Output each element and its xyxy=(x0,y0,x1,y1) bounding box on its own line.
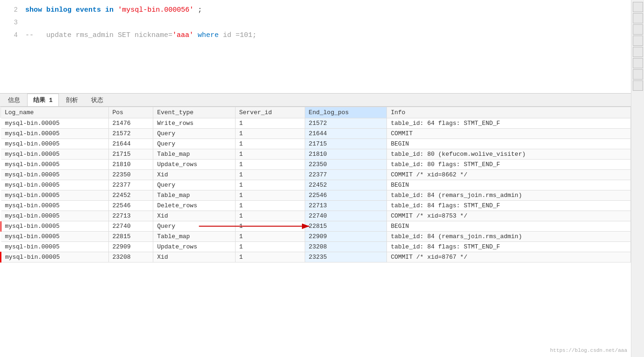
table-cell: Query xyxy=(153,221,236,232)
table-row: mysql-bin.0000521810Update_rows122350tab… xyxy=(1,160,631,170)
table-cell: mysql-bin.00005 xyxy=(1,170,109,180)
code-empty-space xyxy=(0,42,631,79)
code-content-2: show binlog events in 'mysql-bin.000056'… xyxy=(25,4,202,16)
sidebar-btn-6[interactable] xyxy=(633,58,643,68)
table-cell: 21572 xyxy=(108,129,153,139)
table-cell: mysql-bin.00005 xyxy=(1,129,109,139)
col-header-log-name[interactable]: Log_name xyxy=(1,107,109,118)
table-row: mysql-bin.0000521476Write_rows121572tabl… xyxy=(1,118,631,129)
table-cell: 22350 xyxy=(305,160,387,170)
table-cell: Query xyxy=(153,139,236,149)
table-cell: mysql-bin.00005 xyxy=(1,160,109,170)
table-row: mysql-bin.0000523208Xid123235COMMIT /* x… xyxy=(1,252,631,262)
table-cell: 21810 xyxy=(305,149,387,160)
tabs-bar: 信息 结果 1 剖析 状态 xyxy=(0,94,631,107)
table-row: mysql-bin.0000522815Table_map122909table… xyxy=(1,232,631,242)
table-cell: 1 xyxy=(235,160,305,170)
table-cell: Table_map xyxy=(153,190,236,201)
table-row: mysql-bin.0000522452Table_map122546table… xyxy=(1,190,631,201)
table-cell: 23208 xyxy=(108,252,153,262)
table-cell: mysql-bin.00005 xyxy=(1,149,109,160)
keyword-binlog: binlog xyxy=(46,6,72,14)
table-cell: COMMIT /* xid=8662 */ xyxy=(387,170,631,180)
col-header-server-id[interactable]: Server_id xyxy=(235,107,305,118)
sidebar-btn-8[interactable] xyxy=(633,80,643,91)
tab-status[interactable]: 状态 xyxy=(85,94,109,106)
table-cell: 1 xyxy=(235,211,305,221)
table-cell: table_id: 84 flags: STMT_END_F xyxy=(387,242,631,252)
table-cell: mysql-bin.00005 xyxy=(1,190,109,201)
table-cell: table_id: 84 (remars_join.rms_admin) xyxy=(387,190,631,201)
table-cell: Query xyxy=(153,180,236,190)
table-cell: 1 xyxy=(235,232,305,242)
table-row: mysql-bin.0000522377Query122452BEGIN xyxy=(1,180,631,190)
table-cell: 22740 xyxy=(305,211,387,221)
col-header-event-type[interactable]: Event_type xyxy=(153,107,236,118)
string-binlog-file: 'mysql-bin.000056' xyxy=(118,6,193,14)
table-cell: 1 xyxy=(235,118,305,129)
table-cell: 22546 xyxy=(305,190,387,201)
keyword-in: in xyxy=(105,6,114,14)
table-cell: 22452 xyxy=(108,190,153,201)
table-cell: 22815 xyxy=(108,232,153,242)
table-cell: BEGIN xyxy=(387,180,631,190)
table-cell: mysql-bin.00005 xyxy=(1,118,109,129)
table-cell: 22350 xyxy=(108,170,153,180)
table-cell: mysql-bin.00005 xyxy=(1,211,109,221)
sidebar-btn-7[interactable] xyxy=(633,69,643,80)
table-cell: mysql-bin.00005 xyxy=(1,242,109,252)
sidebar-btn-1[interactable] xyxy=(633,2,643,12)
table-row: mysql-bin.0000521644Query121715BEGIN xyxy=(1,139,631,149)
table-cell: 22713 xyxy=(108,211,153,221)
table-cell: mysql-bin.00005 xyxy=(1,139,109,149)
table-body: mysql-bin.0000521476Write_rows121572tabl… xyxy=(1,118,631,262)
line-number-2: 2 xyxy=(4,4,18,16)
tab-analysis[interactable]: 剖析 xyxy=(60,94,84,106)
table-cell: 1 xyxy=(235,190,305,201)
line-number-3: 3 xyxy=(4,17,18,29)
col-header-end-log-pos[interactable]: End_log_pos xyxy=(305,107,387,118)
table-cell: 23235 xyxy=(305,252,387,262)
table-cell: COMMIT xyxy=(387,129,631,139)
table-cell: 1 xyxy=(235,129,305,139)
table-cell: 1 xyxy=(235,149,305,160)
sidebar-btn-3[interactable] xyxy=(633,24,643,35)
tab-info[interactable]: 信息 xyxy=(2,94,26,106)
code-editor: 2 show binlog events in 'mysql-bin.00005… xyxy=(0,0,631,94)
table-cell: 21715 xyxy=(108,149,153,160)
table-cell: 21644 xyxy=(305,129,387,139)
table-row: mysql-bin.0000522740Query122815BEGIN xyxy=(1,221,631,232)
table-cell: 22909 xyxy=(108,242,153,252)
table-cell: 22713 xyxy=(305,201,387,211)
code-content-4: -- update rms_admin SET nickname='aaa' w… xyxy=(25,29,257,42)
table-row: mysql-bin.0000522713Xid122740COMMIT /* x… xyxy=(1,211,631,221)
sidebar-btn-2[interactable] xyxy=(633,13,643,23)
table-cell: 1 xyxy=(235,252,305,262)
main-content: 2 show binlog events in 'mysql-bin.00005… xyxy=(0,0,631,262)
code-line-4: 4 -- update rms_admin SET nickname='aaa'… xyxy=(0,29,631,42)
table-cell: Write_rows xyxy=(153,118,236,129)
table-cell: mysql-bin.00005 xyxy=(1,221,109,232)
table-cell: BEGIN xyxy=(387,221,631,232)
table-cell: 1 xyxy=(235,221,305,232)
code-line-3: 3 xyxy=(0,16,631,29)
table-cell: 1 xyxy=(235,139,305,149)
table-cell: Xid xyxy=(153,211,236,221)
sidebar-btn-4[interactable] xyxy=(633,36,643,46)
keyword-show: show xyxy=(25,6,42,14)
table-cell: 1 xyxy=(235,242,305,252)
tab-results[interactable]: 结果 1 xyxy=(27,94,59,106)
table-cell: 22740 xyxy=(108,221,153,232)
sidebar-btn-5[interactable] xyxy=(633,47,643,57)
table-cell: Table_map xyxy=(153,149,236,160)
table-cell: 21572 xyxy=(305,118,387,129)
table-cell: table_id: 80 flags: STMT_END_F xyxy=(387,160,631,170)
col-header-pos[interactable]: Pos xyxy=(108,107,153,118)
table-cell: 22452 xyxy=(305,180,387,190)
table-cell: Table_map xyxy=(153,232,236,242)
table-cell: Delete_rows xyxy=(153,201,236,211)
table-cell: table_id: 64 flags: STMT_END_F xyxy=(387,118,631,129)
table-cell: 21810 xyxy=(108,160,153,170)
col-header-info[interactable]: Info xyxy=(387,107,631,118)
table-cell: 22377 xyxy=(305,170,387,180)
